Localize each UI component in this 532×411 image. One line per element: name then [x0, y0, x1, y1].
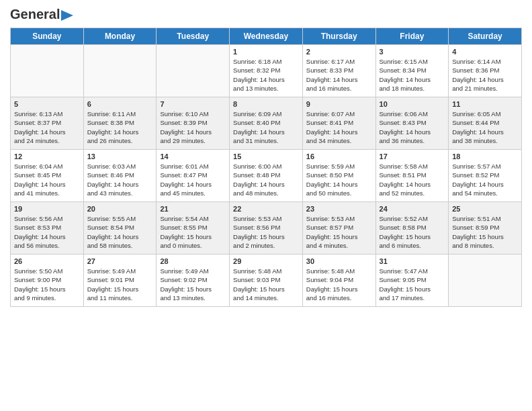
day-number: 8	[233, 100, 299, 108]
calendar-cell: 30Sunrise: 5:48 AM Sunset: 9:04 PM Dayli…	[302, 255, 375, 307]
calendar-cell: 6Sunrise: 6:11 AM Sunset: 8:38 PM Daylig…	[83, 97, 157, 150]
day-number: 9	[306, 100, 372, 108]
day-info: Sunrise: 5:55 AM Sunset: 8:54 PM Dayligh…	[87, 214, 153, 250]
day-number: 7	[160, 100, 226, 108]
calendar-cell: 3Sunrise: 6:15 AM Sunset: 8:34 PM Daylig…	[375, 45, 449, 97]
day-number: 15	[233, 152, 299, 161]
day-number: 24	[380, 205, 445, 213]
day-number: 25	[452, 205, 518, 213]
day-number: 12	[14, 152, 80, 161]
day-info: Sunrise: 5:59 AM Sunset: 8:50 PM Dayligh…	[306, 162, 372, 197]
day-info: Sunrise: 6:06 AM Sunset: 8:43 PM Dayligh…	[380, 109, 445, 145]
calendar-cell: 25Sunrise: 5:51 AM Sunset: 8:59 PM Dayli…	[449, 202, 522, 255]
calendar-cell: 16Sunrise: 5:59 AM Sunset: 8:50 PM Dayli…	[302, 150, 375, 202]
page: General SundayMondayTuesdayWednesdayThur…	[0, 0, 532, 411]
day-number: 11	[452, 100, 518, 108]
calendar-cell: 8Sunrise: 6:09 AM Sunset: 8:40 PM Daylig…	[230, 97, 303, 150]
calendar-cell: 17Sunrise: 5:58 AM Sunset: 8:51 PM Dayli…	[375, 150, 449, 202]
header-cell-monday: Monday	[83, 28, 157, 45]
day-number: 19	[14, 205, 80, 213]
logo-arrow-icon	[61, 10, 73, 21]
calendar-cell: 10Sunrise: 6:06 AM Sunset: 8:43 PM Dayli…	[375, 97, 449, 150]
day-number: 31	[380, 257, 445, 265]
day-number: 23	[306, 205, 372, 213]
day-info: Sunrise: 6:18 AM Sunset: 8:32 PM Dayligh…	[233, 57, 299, 93]
day-info: Sunrise: 6:17 AM Sunset: 8:33 PM Dayligh…	[306, 57, 372, 93]
day-number: 18	[452, 152, 518, 161]
day-number: 2	[306, 48, 372, 56]
day-info: Sunrise: 5:49 AM Sunset: 9:01 PM Dayligh…	[87, 267, 153, 302]
calendar-cell: 29Sunrise: 5:48 AM Sunset: 9:03 PM Dayli…	[230, 255, 303, 307]
calendar-cell: 19Sunrise: 5:56 AM Sunset: 8:53 PM Dayli…	[11, 202, 84, 255]
day-info: Sunrise: 6:03 AM Sunset: 8:46 PM Dayligh…	[87, 162, 153, 197]
day-info: Sunrise: 6:07 AM Sunset: 8:41 PM Dayligh…	[306, 109, 372, 145]
day-number: 26	[14, 257, 80, 265]
header-row: SundayMondayTuesdayWednesdayThursdayFrid…	[11, 28, 522, 45]
calendar-cell: 28Sunrise: 5:49 AM Sunset: 9:02 PM Dayli…	[157, 255, 230, 307]
day-number: 4	[452, 48, 518, 56]
calendar-cell: 20Sunrise: 5:55 AM Sunset: 8:54 PM Dayli…	[83, 202, 157, 255]
day-info: Sunrise: 5:48 AM Sunset: 9:04 PM Dayligh…	[306, 267, 372, 302]
day-number: 5	[14, 100, 80, 108]
day-number: 1	[233, 48, 299, 56]
calendar-cell: 1Sunrise: 6:18 AM Sunset: 8:32 PM Daylig…	[230, 45, 303, 97]
calendar-cell: 18Sunrise: 5:57 AM Sunset: 8:52 PM Dayli…	[449, 150, 522, 202]
calendar-cell: 26Sunrise: 5:50 AM Sunset: 9:00 PM Dayli…	[11, 255, 84, 307]
calendar-row: 12Sunrise: 6:04 AM Sunset: 8:45 PM Dayli…	[11, 150, 522, 202]
day-info: Sunrise: 5:54 AM Sunset: 8:55 PM Dayligh…	[160, 214, 226, 250]
svg-marker-0	[61, 10, 73, 21]
day-number: 20	[87, 205, 153, 213]
day-info: Sunrise: 5:48 AM Sunset: 9:03 PM Dayligh…	[233, 267, 299, 302]
calendar-row: 5Sunrise: 6:13 AM Sunset: 8:37 PM Daylig…	[11, 97, 522, 150]
calendar-cell: 5Sunrise: 6:13 AM Sunset: 8:37 PM Daylig…	[11, 97, 84, 150]
day-info: Sunrise: 6:10 AM Sunset: 8:39 PM Dayligh…	[160, 109, 226, 145]
day-info: Sunrise: 6:09 AM Sunset: 8:40 PM Dayligh…	[233, 109, 299, 145]
calendar-cell: 22Sunrise: 5:53 AM Sunset: 8:56 PM Dayli…	[230, 202, 303, 255]
day-info: Sunrise: 5:52 AM Sunset: 8:58 PM Dayligh…	[380, 214, 445, 250]
calendar-table: SundayMondayTuesdayWednesdayThursdayFrid…	[10, 28, 522, 307]
day-number: 29	[233, 257, 299, 265]
logo-line1: General	[10, 7, 73, 22]
header-cell-sunday: Sunday	[11, 28, 84, 45]
header-cell-saturday: Saturday	[449, 28, 522, 45]
calendar-cell: 13Sunrise: 6:03 AM Sunset: 8:46 PM Dayli…	[83, 150, 157, 202]
day-info: Sunrise: 6:05 AM Sunset: 8:44 PM Dayligh…	[452, 109, 518, 145]
day-info: Sunrise: 5:50 AM Sunset: 9:00 PM Dayligh…	[14, 267, 80, 302]
calendar-cell: 15Sunrise: 6:00 AM Sunset: 8:48 PM Dayli…	[230, 150, 303, 202]
day-info: Sunrise: 5:53 AM Sunset: 8:57 PM Dayligh…	[306, 214, 372, 250]
day-info: Sunrise: 5:53 AM Sunset: 8:56 PM Dayligh…	[233, 214, 299, 250]
header-cell-wednesday: Wednesday	[230, 28, 303, 45]
day-number: 16	[306, 152, 372, 161]
day-info: Sunrise: 6:13 AM Sunset: 8:37 PM Dayligh…	[14, 109, 80, 145]
day-info: Sunrise: 6:15 AM Sunset: 8:34 PM Dayligh…	[380, 57, 445, 93]
calendar-cell: 21Sunrise: 5:54 AM Sunset: 8:55 PM Dayli…	[157, 202, 230, 255]
calendar-cell: 23Sunrise: 5:53 AM Sunset: 8:57 PM Dayli…	[302, 202, 375, 255]
header-cell-thursday: Thursday	[302, 28, 375, 45]
day-number: 27	[87, 257, 153, 265]
day-info: Sunrise: 5:49 AM Sunset: 9:02 PM Dayligh…	[160, 267, 226, 302]
calendar-cell: 11Sunrise: 6:05 AM Sunset: 8:44 PM Dayli…	[449, 97, 522, 150]
calendar-cell: 14Sunrise: 6:01 AM Sunset: 8:47 PM Dayli…	[157, 150, 230, 202]
day-number: 6	[87, 100, 153, 108]
logo: General	[10, 7, 73, 22]
day-number: 14	[160, 152, 226, 161]
day-info: Sunrise: 5:56 AM Sunset: 8:53 PM Dayligh…	[14, 214, 80, 250]
day-info: Sunrise: 6:14 AM Sunset: 8:36 PM Dayligh…	[452, 57, 518, 93]
day-number: 21	[160, 205, 226, 213]
calendar-cell: 27Sunrise: 5:49 AM Sunset: 9:01 PM Dayli…	[83, 255, 157, 307]
calendar-cell: 7Sunrise: 6:10 AM Sunset: 8:39 PM Daylig…	[157, 97, 230, 150]
calendar-cell: 2Sunrise: 6:17 AM Sunset: 8:33 PM Daylig…	[302, 45, 375, 97]
day-number: 28	[160, 257, 226, 265]
calendar-cell: 31Sunrise: 5:47 AM Sunset: 9:05 PM Dayli…	[375, 255, 449, 307]
day-info: Sunrise: 6:04 AM Sunset: 8:45 PM Dayligh…	[14, 162, 80, 197]
calendar-cell	[11, 45, 84, 97]
calendar-cell	[83, 45, 157, 97]
calendar-cell: 12Sunrise: 6:04 AM Sunset: 8:45 PM Dayli…	[11, 150, 84, 202]
calendar-cell: 9Sunrise: 6:07 AM Sunset: 8:41 PM Daylig…	[302, 97, 375, 150]
day-info: Sunrise: 5:47 AM Sunset: 9:05 PM Dayligh…	[380, 267, 445, 302]
calendar-row: 1Sunrise: 6:18 AM Sunset: 8:32 PM Daylig…	[11, 45, 522, 97]
day-info: Sunrise: 5:51 AM Sunset: 8:59 PM Dayligh…	[452, 214, 518, 250]
calendar-cell	[449, 255, 522, 307]
logo-general: General	[10, 7, 60, 22]
calendar-cell: 4Sunrise: 6:14 AM Sunset: 8:36 PM Daylig…	[449, 45, 522, 97]
